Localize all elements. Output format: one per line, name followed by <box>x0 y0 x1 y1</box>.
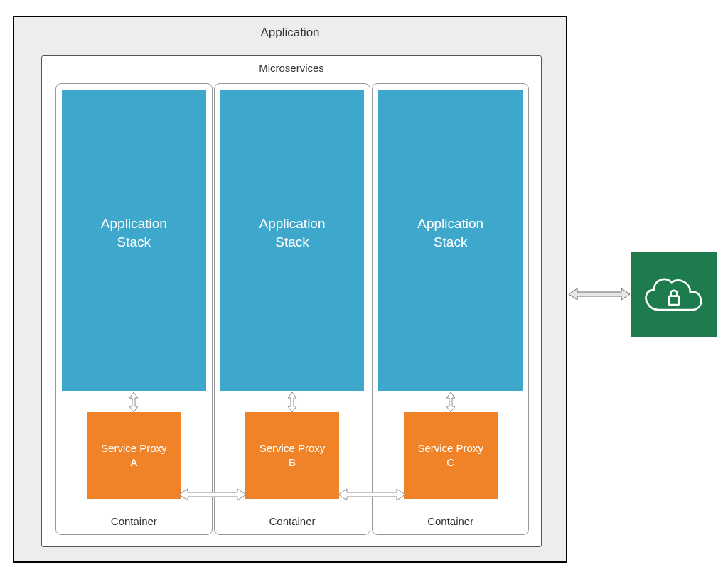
container-box-b: ApplicationStack Service ProxyB Containe… <box>214 83 371 535</box>
service-proxy-a: Service ProxyA <box>87 412 181 499</box>
container-caption: Container <box>373 515 528 527</box>
application-stack-label: ApplicationStack <box>417 215 483 251</box>
service-proxy-label: Service ProxyC <box>417 441 483 470</box>
application-stack-label: ApplicationStack <box>259 215 326 251</box>
container-caption: Container <box>56 515 212 527</box>
microservices-box: Microservices ApplicationStack Service P… <box>41 55 542 547</box>
bidirectional-arrow-vertical-icon <box>287 392 298 412</box>
application-stack-a: ApplicationStack <box>62 90 206 391</box>
application-stack-b: ApplicationStack <box>220 90 365 391</box>
application-stack-label: ApplicationStack <box>101 215 167 251</box>
service-proxy-c: Service ProxyC <box>404 412 498 499</box>
external-cloud-service <box>631 252 717 337</box>
application-title: Application <box>14 17 566 47</box>
service-proxy-label: Service ProxyA <box>101 441 167 470</box>
application-box: Application Microservices ApplicationSta… <box>13 16 567 563</box>
service-proxy-b: Service ProxyB <box>245 412 339 499</box>
application-stack-c: ApplicationStack <box>378 90 523 391</box>
container-caption: Container <box>215 515 370 527</box>
container-box-c: ApplicationStack Service ProxyC Containe… <box>372 83 529 535</box>
bidirectional-arrow-horizontal-icon <box>338 488 405 501</box>
bidirectional-arrow-vertical-icon <box>445 392 456 412</box>
bidirectional-arrow-horizontal-icon <box>179 488 246 501</box>
svg-rect-0 <box>669 296 679 305</box>
bidirectional-arrow-external-icon <box>569 287 630 301</box>
containers-row: ApplicationStack Service ProxyA Containe… <box>55 83 530 535</box>
service-proxy-label: Service ProxyB <box>259 441 326 470</box>
cloud-lock-icon <box>643 271 705 318</box>
container-box-a: ApplicationStack Service ProxyA Containe… <box>55 83 213 535</box>
bidirectional-arrow-vertical-icon <box>128 392 139 412</box>
microservices-title: Microservices <box>42 56 541 78</box>
